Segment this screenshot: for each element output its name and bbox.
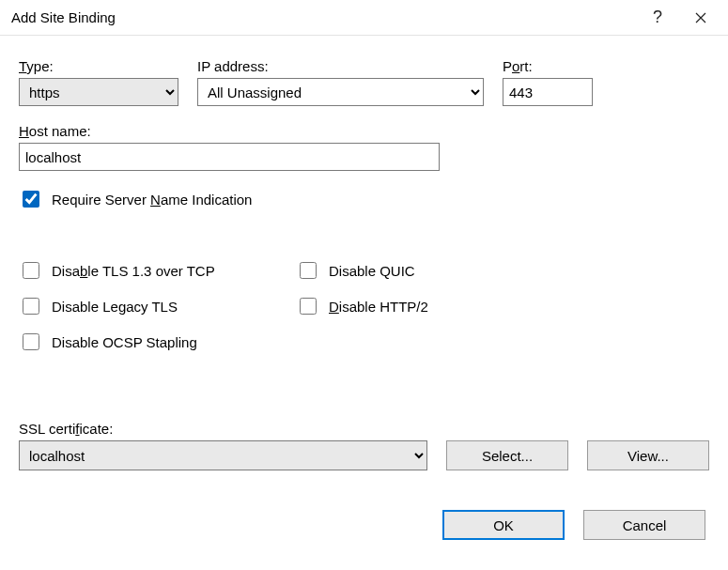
disable-ocsp-checkbox[interactable] [23,333,39,350]
require-sni-checkbox[interactable] [23,191,39,208]
ok-button[interactable]: OK [442,510,565,540]
help-button[interactable]: ? [636,4,679,32]
disable-quic-checkbox[interactable] [300,262,317,279]
host-name-input[interactable] [19,143,440,171]
select-button[interactable]: Select... [446,440,568,470]
titlebar: Add Site Binding ? [0,0,728,36]
disable-tls13-checkbox[interactable] [23,262,39,279]
view-button[interactable]: View... [587,440,709,470]
port-label: Port: [503,58,593,74]
cancel-button[interactable]: Cancel [583,510,705,540]
window-title: Add Site Binding [11,9,636,25]
ip-address-select[interactable]: All Unassigned [197,78,484,106]
ssl-certificate-select[interactable]: localhost [19,440,427,470]
disable-tls13-label: Disable TLS 1.3 over TCP [52,263,215,279]
disable-legacy-tls-label: Disable Legacy TLS [52,299,178,315]
ssl-certificate-label: SSL certificate: [19,421,113,437]
disable-quic-label: Disable QUIC [329,263,415,279]
disable-legacy-tls-checkbox[interactable] [23,298,39,315]
type-select[interactable]: https [19,78,178,106]
type-label: Type: [19,58,178,74]
dialog-content: Type: https IP address: All Unassigned P… [0,36,728,559]
disable-http2-checkbox[interactable] [300,298,317,315]
disable-http2-label: Disable HTTP/2 [329,299,428,315]
ip-address-label: IP address: [197,58,484,74]
close-button[interactable] [679,4,722,32]
disable-ocsp-label: Disable OCSP Stapling [52,334,197,350]
host-name-label: Host name: [19,123,440,139]
port-input[interactable] [503,78,593,106]
close-icon [695,12,706,23]
require-sni-label: Require Server Name Indication [52,192,252,208]
